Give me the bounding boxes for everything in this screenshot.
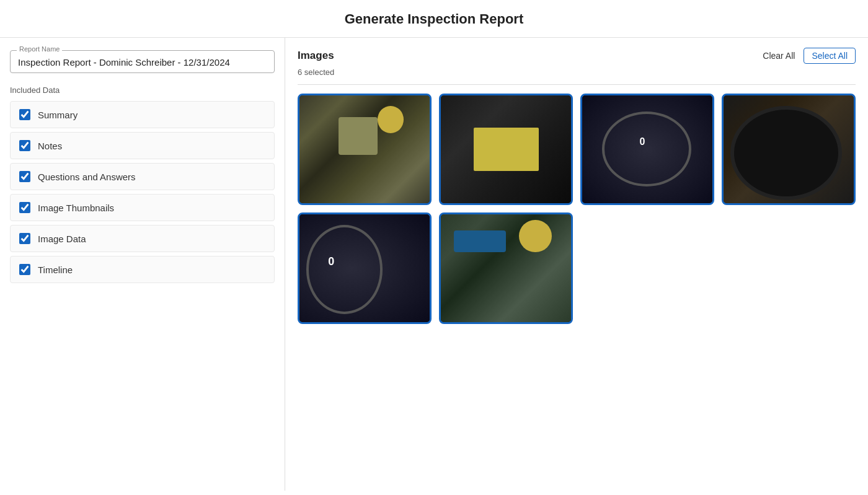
left-panel: Report Name Inspection Report - Dominic … bbox=[0, 38, 285, 491]
checkbox-thumbnails[interactable] bbox=[19, 202, 30, 213]
report-name-label: Report Name bbox=[17, 45, 62, 53]
right-panel: Images Clear All Select All 6 selected bbox=[285, 38, 868, 491]
images-grid bbox=[298, 94, 856, 324]
checkbox-item-thumbnails[interactable]: Image Thumbnails bbox=[10, 194, 275, 221]
checkbox-item-summary[interactable]: Summary bbox=[10, 101, 275, 128]
included-data-label: Included Data bbox=[10, 85, 275, 95]
selected-count: 6 selected bbox=[298, 68, 856, 77]
checkbox-timeline[interactable] bbox=[19, 264, 30, 275]
report-name-value: Inspection Report - Dominic Schreiber - … bbox=[18, 57, 267, 68]
checkbox-label-thumbnails: Image Thumbnails bbox=[38, 203, 114, 213]
image-undercarriage bbox=[724, 95, 854, 203]
select-all-button[interactable]: Select All bbox=[804, 48, 856, 64]
image-thumb-2[interactable] bbox=[439, 94, 573, 205]
image-engine2 bbox=[441, 214, 571, 322]
checkbox-label-notes: Notes bbox=[38, 141, 62, 151]
checkbox-item-imagedata[interactable]: Image Data bbox=[10, 225, 275, 252]
image-thumb-3[interactable] bbox=[580, 94, 714, 205]
checkbox-item-timeline[interactable]: Timeline bbox=[10, 256, 275, 283]
image-thumb-5[interactable] bbox=[298, 212, 432, 324]
checkbox-label-summary: Summary bbox=[38, 110, 78, 120]
checkbox-item-notes[interactable]: Notes bbox=[10, 132, 275, 159]
checkbox-imagedata[interactable] bbox=[19, 233, 30, 244]
checkbox-summary[interactable] bbox=[19, 109, 30, 120]
checkbox-label-timeline: Timeline bbox=[38, 265, 73, 275]
checkbox-questions[interactable] bbox=[19, 171, 30, 182]
clear-all-button[interactable]: Clear All bbox=[763, 51, 795, 61]
image-dashboard bbox=[582, 95, 712, 203]
image-label bbox=[441, 95, 571, 203]
image-thumb-6[interactable] bbox=[439, 212, 573, 324]
images-divider bbox=[298, 84, 856, 85]
images-header: Images Clear All Select All bbox=[298, 48, 856, 64]
image-thumb-1[interactable] bbox=[298, 94, 432, 205]
checkbox-label-questions: Questions and Answers bbox=[38, 172, 136, 182]
image-engine bbox=[299, 95, 430, 203]
checkbox-list: Summary Notes Questions and Answers Imag… bbox=[10, 101, 275, 283]
images-title: Images bbox=[298, 50, 334, 62]
image-dash2 bbox=[299, 214, 430, 322]
images-actions: Clear All Select All bbox=[763, 48, 856, 64]
checkbox-item-questions[interactable]: Questions and Answers bbox=[10, 163, 275, 190]
checkbox-notes[interactable] bbox=[19, 140, 30, 151]
page-header: Generate Inspection Report bbox=[0, 0, 868, 38]
image-thumb-4[interactable] bbox=[722, 94, 856, 205]
report-name-field: Report Name Inspection Report - Dominic … bbox=[10, 50, 275, 73]
checkbox-label-imagedata: Image Data bbox=[38, 234, 86, 244]
